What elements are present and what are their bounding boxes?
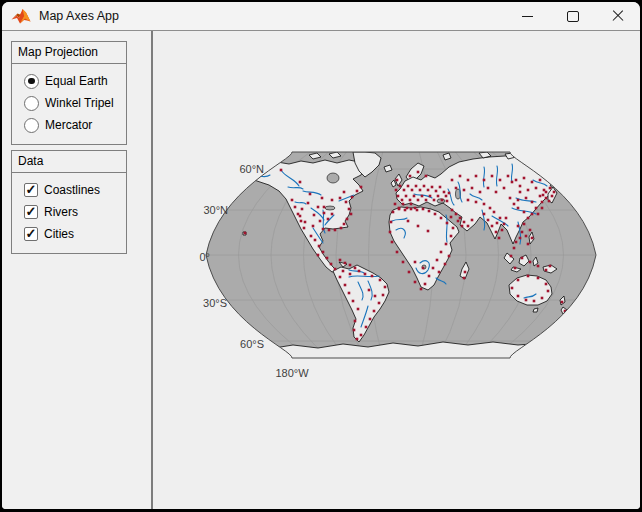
checkbox-option-rivers[interactable]: Rivers [24,201,126,223]
city-marker [529,229,532,232]
city-marker [339,259,342,262]
city-marker [471,187,474,190]
city-marker [392,211,395,214]
city-marker [319,220,322,223]
city-marker [457,220,460,223]
checkbox-icon[interactable] [24,205,38,219]
city-marker [364,273,367,276]
city-marker [417,199,420,202]
city-marker [323,206,326,209]
city-marker [525,235,528,238]
city-marker [373,310,376,313]
city-marker [344,262,347,265]
city-marker [397,195,400,198]
lake [327,173,339,183]
city-marker [399,185,402,188]
city-marker [501,229,504,232]
radio-option-mercator[interactable]: Mercator [24,114,126,136]
city-marker [371,275,374,278]
city-marker [408,271,411,274]
city-marker [519,191,522,194]
radio-icon[interactable] [24,74,39,89]
city-marker [407,185,410,188]
checkbox-icon[interactable] [24,183,38,197]
city-marker [545,197,548,200]
map-projection-panel: Map Projection Equal Earth Winkel Tripel… [11,41,127,145]
city-marker [244,232,247,235]
city-marker [496,222,499,225]
city-marker [511,287,514,290]
close-button[interactable] [595,2,640,30]
city-marker [403,189,406,192]
city-marker [280,169,283,172]
city-marker [354,267,357,270]
data-panel-title: Data [12,151,126,173]
city-marker [389,231,392,234]
city-marker [299,181,302,184]
city-marker [360,334,363,337]
city-marker [379,279,382,282]
city-marker [527,217,530,220]
checkbox-option-cities[interactable]: Cities [24,223,126,245]
city-marker [498,237,501,240]
city-marker [300,220,303,223]
city-marker [343,191,346,194]
city-marker [356,190,359,193]
city-marker [417,225,420,228]
city-marker [331,199,334,202]
city-marker [421,195,424,198]
radio-icon[interactable] [24,96,39,111]
radio-option-winkel-tripel[interactable]: Winkel Tripel [24,92,126,114]
city-marker [343,223,346,226]
city-marker [515,179,518,182]
radio-option-equal-earth[interactable]: Equal Earth [24,70,126,92]
city-marker [396,251,399,254]
city-marker [517,295,520,298]
city-marker [537,265,540,268]
city-marker [450,216,453,219]
window-content: Map Projection Equal Earth Winkel Tripel… [2,31,640,509]
tick-label: 30°S [203,297,227,309]
city-marker [533,300,536,303]
city-marker [301,208,304,211]
checkbox-icon[interactable] [24,227,38,241]
city-marker [354,320,357,323]
city-marker [322,251,325,254]
city-marker [467,199,470,202]
city-marker [483,179,486,182]
map-projection-panel-title: Map Projection [12,42,126,64]
city-marker [439,186,442,189]
sidebar: Map Projection Equal Earth Winkel Tripel… [2,31,153,509]
minimize-button[interactable] [505,2,550,30]
city-marker [428,210,431,213]
window-title: Map Axes App [39,9,119,23]
city-marker [541,207,544,210]
city-marker [541,201,544,204]
city-marker [404,209,407,212]
city-marker [326,257,329,260]
city-marker [414,261,417,264]
city-marker [317,206,320,209]
city-marker [514,267,517,270]
city-marker [411,189,414,192]
radio-label: Winkel Tripel [45,96,114,110]
city-marker [463,277,466,280]
city-marker [349,273,352,276]
city-marker [438,271,441,274]
city-marker [517,207,520,210]
city-marker [436,259,439,262]
city-marker [459,175,462,178]
city-marker [369,318,372,321]
city-marker [340,227,343,230]
city-marker [318,245,321,248]
radio-icon[interactable] [24,118,39,133]
city-marker [529,261,532,264]
maximize-button[interactable] [550,2,595,30]
city-marker [510,255,513,258]
checkbox-option-coastlines[interactable]: Coastlines [24,179,126,201]
city-marker [545,283,548,286]
radio-label: Equal Earth [45,74,108,88]
city-marker [446,222,449,225]
city-marker [523,177,526,180]
city-marker [427,189,430,192]
